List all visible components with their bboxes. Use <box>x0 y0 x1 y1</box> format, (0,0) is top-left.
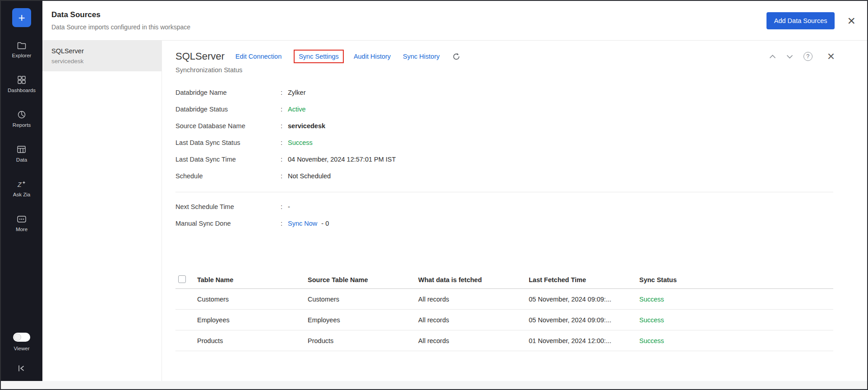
source-database: servicedesk <box>51 58 152 65</box>
create-new-button[interactable]: + <box>12 8 31 27</box>
field-row-databridge-status: Databridge Status : Active <box>175 106 867 113</box>
page-subtitle: Data Source imports configured in this w… <box>51 23 190 31</box>
cell-what-data: All records <box>418 296 529 303</box>
cell-source-table-name: Employees <box>308 316 418 324</box>
sidebar-item-explorer[interactable]: Explorer <box>12 41 32 58</box>
table-row[interactable]: Products Products All records 01 Novembe… <box>175 330 833 351</box>
field-value: servicedesk <box>288 122 325 130</box>
help-glyph: ? <box>806 53 809 60</box>
field-label: Last Data Sync Status <box>175 139 281 147</box>
folder-icon <box>17 41 26 50</box>
viewer-label: Viewer <box>14 346 30 351</box>
field-row-schedule: Schedule : Not Scheduled <box>175 172 867 180</box>
reports-icon <box>18 110 26 119</box>
cell-sync-status: Success <box>639 296 833 303</box>
viewer-toggle[interactable] <box>13 333 30 342</box>
sidebar-item-label: Ask Zia <box>13 192 30 197</box>
field-separator: : <box>281 106 288 113</box>
cell-what-data: All records <box>418 316 529 324</box>
sidebar-item-label: More <box>16 227 28 232</box>
close-detail-icon[interactable]: × <box>827 50 835 63</box>
sidebar-item-more[interactable]: More <box>16 214 28 232</box>
sidebar-item-label: Dashboards <box>8 88 36 93</box>
field-value: - <box>288 203 290 211</box>
cell-table-name: Products <box>197 337 308 344</box>
field-label: Last Data Sync Time <box>175 156 281 163</box>
sidebar-item-label: Data <box>16 157 27 162</box>
sync-history-link[interactable]: Sync History <box>403 53 439 60</box>
main-content: Data Sources Data Source imports configu… <box>42 1 867 381</box>
field-separator: : <box>281 89 288 97</box>
sync-status-fields: Databridge Name : Zylker Databridge Stat… <box>175 89 867 228</box>
sidebar-item-data[interactable]: Data <box>16 145 27 162</box>
sidebar-item-ask-zia[interactable]: Z Ask Zia <box>13 180 30 197</box>
chevron-up-icon[interactable] <box>769 55 776 59</box>
chevron-down-icon[interactable] <box>786 55 793 59</box>
add-data-sources-button[interactable]: Add Data Sources <box>766 12 835 29</box>
manual-sync-count: - 0 <box>321 220 329 228</box>
source-name: SQLServer <box>51 47 152 55</box>
sidebar-item-dashboards[interactable]: Dashboards <box>8 75 36 93</box>
field-value: Not Scheduled <box>288 172 331 180</box>
source-list-item-sqlserver[interactable]: SQLServer servicedesk <box>42 41 162 71</box>
column-header-what-data: What data is fetched <box>418 276 529 283</box>
column-header-source-table-name: Source Table Name <box>308 276 418 283</box>
sidebar-item-reports[interactable]: Reports <box>13 110 31 128</box>
source-list-panel: SQLServer servicedesk <box>42 41 162 381</box>
sync-settings-link[interactable]: Sync Settings <box>294 50 344 63</box>
source-detail-panel: SQLServer Edit Connection Sync Settings … <box>162 41 867 381</box>
field-row-last-sync-time: Last Data Sync Time : 04 November, 2024 … <box>175 156 867 163</box>
page-header: Data Sources Data Source imports configu… <box>42 1 867 41</box>
page-title: Data Sources <box>51 10 190 19</box>
toggle-knob <box>14 334 21 341</box>
section-title: Synchronization Status <box>175 66 867 74</box>
field-value: Active <box>288 106 306 113</box>
cell-source-table-name: Products <box>308 337 418 344</box>
field-separator: : <box>281 156 288 163</box>
field-label: Databridge Status <box>175 106 281 113</box>
zia-glyph: Z <box>17 181 22 188</box>
field-row-next-schedule-time: Next Schedule Time : - <box>175 203 867 211</box>
refresh-icon[interactable] <box>452 53 460 60</box>
sidebar-item-label: Reports <box>13 122 31 128</box>
collapse-sidebar-button[interactable] <box>18 365 26 372</box>
cell-sync-status: Success <box>639 316 833 324</box>
column-header-sync-status: Sync Status <box>639 276 833 283</box>
cell-table-name: Employees <box>197 316 308 324</box>
zia-icon: Z <box>17 180 26 189</box>
plus-icon: + <box>18 12 25 23</box>
field-value: Zylker <box>288 89 305 97</box>
field-row-manual-sync-done: Manual Sync Done : Sync Now - 0 <box>175 220 867 228</box>
field-row-last-sync-status: Last Data Sync Status : Success <box>175 139 867 147</box>
table-row[interactable]: Employees Employees All records 05 Novem… <box>175 310 833 330</box>
cell-last-fetched: 05 November, 2024 09:09:... <box>529 316 639 324</box>
detail-header: SQLServer Edit Connection Sync Settings … <box>175 50 835 63</box>
field-label: Source Database Name <box>175 122 281 130</box>
table-header-row: Table Name Source Table Name What data i… <box>175 271 833 289</box>
ellipsis-icon <box>17 214 26 223</box>
cell-what-data: All records <box>418 337 529 344</box>
audit-history-link[interactable]: Audit History <box>354 53 391 60</box>
cell-sync-status: Success <box>639 337 833 344</box>
close-icon[interactable]: × <box>847 14 855 28</box>
column-header-last-fetched: Last Fetched Time <box>529 276 639 283</box>
field-label: Schedule <box>175 172 281 180</box>
sync-now-link[interactable]: Sync Now <box>288 220 317 228</box>
column-header-table-name: Table Name <box>197 276 308 283</box>
field-row-databridge-name: Databridge Name : Zylker <box>175 89 867 97</box>
sidebar: + Explorer Dashboards Reports <box>1 1 42 381</box>
field-separator: : <box>281 172 288 180</box>
sidebar-item-label: Explorer <box>12 53 32 58</box>
field-label: Databridge Name <box>175 89 281 97</box>
select-all-checkbox[interactable] <box>178 275 186 283</box>
field-value: Success <box>288 139 313 147</box>
help-icon[interactable]: ? <box>803 52 813 61</box>
cell-last-fetched: 01 November, 2024 12:00:... <box>529 337 639 344</box>
edit-connection-link[interactable]: Edit Connection <box>235 53 282 60</box>
field-separator: : <box>281 122 288 130</box>
table-row[interactable]: Customers Customers All records 05 Novem… <box>175 289 833 310</box>
field-label: Next Schedule Time <box>175 203 281 211</box>
tables-sync-table: Table Name Source Table Name What data i… <box>175 271 833 351</box>
field-separator: : <box>281 220 288 228</box>
field-separator: : <box>281 139 288 147</box>
